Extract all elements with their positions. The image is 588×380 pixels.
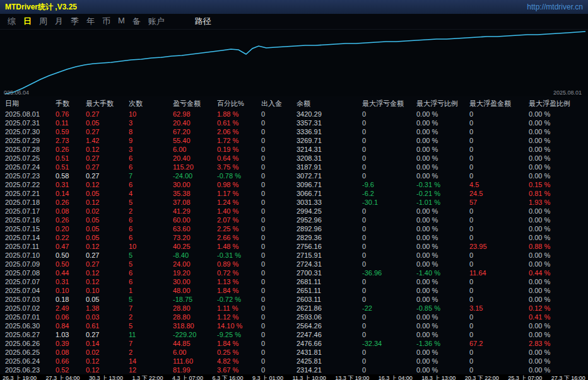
table-cell: 9 — [129, 137, 173, 144]
table-cell: 6.00 — [173, 348, 217, 356]
table-row[interactable]: 2025.07.180.260.12537.081.24 %03031.33-3… — [0, 198, 588, 207]
table-row[interactable]: 2025.06.230.520.121281.993.67 %02314.210… — [0, 366, 588, 374]
table-row[interactable]: 2025.07.310.110.05320.400.61 %03357.3100… — [0, 118, 588, 127]
table-cell: 30.00 — [173, 181, 217, 188]
website-link[interactable]: http://mtdriver.cn — [527, 3, 583, 11]
table-row[interactable]: 2025.07.292.731.42955.401.72 %03269.7100… — [0, 136, 588, 145]
table-cell: -6.2 — [362, 190, 416, 197]
table-row[interactable]: 2025.07.100.500.275-8.40-0.31 %02715.910… — [0, 251, 588, 260]
table-cell: 0 — [261, 172, 297, 180]
menu-tab-M[interactable]: M — [118, 16, 125, 27]
table-cell: 0.72 % — [217, 269, 261, 277]
menu-tab-周[interactable]: 周 — [39, 16, 47, 27]
table-cell: 2994.25 — [297, 207, 362, 215]
menu-tab-备[interactable]: 备 — [132, 16, 141, 27]
table-cell: 14 — [129, 357, 173, 365]
menu-path-button[interactable]: 路径 — [195, 16, 211, 27]
table-cell: 0 — [362, 348, 416, 356]
table-cell: 0.27 — [86, 128, 129, 135]
table-row[interactable]: 2025.08.010.760.271062.981.88 %03420.290… — [0, 110, 588, 118]
table-cell: -30.1 — [362, 199, 416, 206]
table-row[interactable]: 2025.06.240.660.1214111.604.82 %02425.81… — [0, 357, 588, 366]
column-header[interactable]: 最大浮盈比例 — [529, 99, 588, 108]
column-header[interactable]: 百分比% — [217, 99, 261, 108]
table-cell: 0 — [469, 119, 529, 127]
table-body: 2025.08.010.760.271062.981.88 %03420.290… — [0, 110, 588, 374]
table-cell: 0.12 % — [529, 304, 588, 312]
menu-tab-日[interactable]: 日 — [23, 16, 32, 27]
table-cell: 0.88 % — [529, 243, 588, 250]
table-row[interactable]: 2025.07.030.180.055-18.75-0.72 %02603.11… — [0, 295, 588, 304]
table-cell: 0 — [469, 296, 529, 303]
table-row[interactable]: 2025.07.170.080.02241.291.40 %02994.2500… — [0, 207, 588, 216]
table-cell: 3357.31 — [297, 119, 362, 127]
table-row[interactable]: 2025.07.022.491.38728.801.11 %02621.86-2… — [0, 304, 588, 313]
table-cell: 0.00 % — [529, 163, 588, 171]
column-header[interactable]: 盈亏金额 — [173, 99, 217, 108]
table-row[interactable]: 2025.07.040.100.10148.001.84 %02651.1100… — [0, 286, 588, 295]
table-cell: 0 — [261, 190, 297, 197]
table-cell: 3096.71 — [297, 181, 362, 188]
table-cell: 3.67 % — [217, 366, 261, 374]
column-header[interactable]: 最大浮亏金额 — [362, 99, 416, 108]
table-row[interactable]: 2025.07.090.500.27524.000.89 %02724.3100… — [0, 260, 588, 268]
table-cell: 73.20 — [173, 234, 217, 241]
table-cell: 0.02 — [86, 348, 129, 356]
table-cell: 2025.07.18 — [5, 199, 56, 206]
table-cell: 2025.07.21 — [5, 190, 56, 197]
table-row[interactable]: 2025.07.110.470.121040.251.48 %02756.160… — [0, 242, 588, 251]
table-cell: -1.40 % — [416, 269, 469, 277]
table-cell: 19.20 — [173, 269, 217, 277]
table-cell: 2025.07.30 — [5, 128, 56, 135]
table-row[interactable]: 2025.07.220.310.12630.000.98 %03096.71-9… — [0, 180, 588, 189]
table-row[interactable]: 2025.07.080.440.12619.200.72 %02700.31-3… — [0, 268, 588, 277]
column-header[interactable]: 最大浮亏比例 — [416, 99, 469, 108]
table-row[interactable]: 2025.06.260.390.14744.851.84 %02476.66-3… — [0, 339, 588, 348]
table-row[interactable]: 2025.06.250.080.0226.000.25 %02431.8100.… — [0, 348, 588, 357]
table-row[interactable]: 2025.07.160.260.05660.002.07 %02952.9600… — [0, 216, 588, 224]
column-header[interactable]: 日期 — [5, 99, 56, 108]
table-row[interactable]: 2025.07.070.310.12630.001.13 %02681.1100… — [0, 277, 588, 286]
menu-tab-年[interactable]: 年 — [86, 16, 95, 27]
column-header[interactable]: 出入金 — [261, 99, 297, 108]
column-header[interactable]: 余额 — [297, 99, 362, 108]
column-header[interactable]: 手数 — [56, 99, 86, 108]
menu-tab-季[interactable]: 季 — [71, 16, 79, 27]
table-cell: 0.27 — [86, 110, 129, 118]
table-cell: 24.5 — [469, 190, 529, 197]
table-cell: 0 — [469, 251, 529, 259]
table-cell: 0 — [261, 146, 297, 153]
table-row[interactable]: 2025.07.230.580.277-24.00-0.78 %03072.71… — [0, 171, 588, 180]
table-cell: 37.08 — [173, 199, 217, 206]
table-cell: 0 — [469, 207, 529, 215]
table-cell: 0.41 % — [529, 313, 588, 321]
time-tick-label: 30.3 上 13:00 — [89, 374, 123, 380]
table-row[interactable]: 2025.06.271.030.2711-229.20-9.25 %02247.… — [0, 330, 588, 339]
table-row[interactable]: 2025.07.010.060.03228.801.12 %02593.0600… — [0, 313, 588, 321]
table-cell: 0.58 — [56, 172, 86, 180]
table-cell: 0.20 — [56, 225, 86, 233]
table-row[interactable]: 2025.06.300.840.615318.8014.10 %02564.26… — [0, 321, 588, 330]
table-row[interactable]: 2025.07.240.510.276115.203.75 %03187.910… — [0, 163, 588, 171]
table-cell: -9.25 % — [217, 331, 261, 338]
table-row[interactable]: 2025.07.280.260.1236.000.19 %03214.3100.… — [0, 145, 588, 154]
table-row[interactable]: 2025.07.140.220.05673.202.66 %02829.3600… — [0, 233, 588, 242]
menu-tab-币[interactable]: 币 — [102, 16, 110, 27]
menu-tab-月[interactable]: 月 — [55, 16, 63, 27]
column-header[interactable]: 最大手数 — [86, 99, 129, 108]
column-header[interactable]: 最大浮盈金额 — [469, 99, 529, 108]
table-row[interactable]: 2025.07.300.590.27867.202.06 %03336.9100… — [0, 127, 588, 136]
table-row[interactable]: 2025.07.250.510.27620.400.64 %03208.3100… — [0, 154, 588, 163]
column-header[interactable]: 次数 — [129, 99, 173, 108]
table-cell: 0.12 — [86, 366, 129, 374]
table-cell: 1.93 % — [529, 199, 588, 206]
table-cell: 6 — [129, 269, 173, 277]
table-cell: 8 — [129, 128, 173, 135]
table-cell: 0.26 — [56, 216, 86, 224]
menu-tab-账户[interactable]: 账户 — [148, 16, 165, 27]
table-row[interactable]: 2025.07.210.140.05435.381.17 %03066.71-6… — [0, 189, 588, 198]
menu-tab-综[interactable]: 综 — [8, 16, 16, 27]
time-tick-label: 25.3 上 07:00 — [508, 374, 542, 380]
table-cell: 0 — [362, 137, 416, 144]
table-row[interactable]: 2025.07.150.200.05663.602.25 %02892.9600… — [0, 224, 588, 233]
